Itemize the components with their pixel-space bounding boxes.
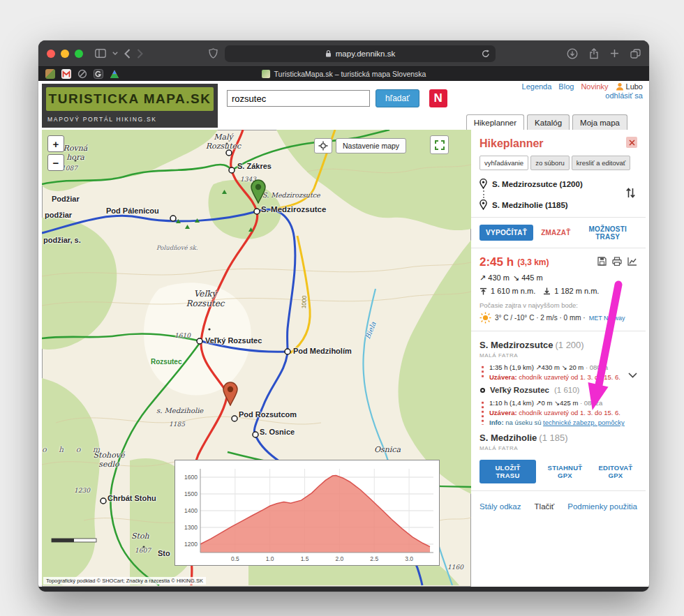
route-start-elev: (1 200): [555, 340, 583, 350]
expand-leg-button[interactable]: [628, 370, 637, 380]
svg-text:2.5: 2.5: [370, 555, 378, 562]
zoom-in-button[interactable]: +: [47, 135, 64, 152]
map-label: 1160: [447, 564, 463, 571]
forward-icon[interactable]: [137, 49, 143, 59]
search-button[interactable]: hľadať: [376, 89, 419, 107]
map-label: S. Osnice: [260, 428, 295, 436]
save-route-icon[interactable]: [597, 257, 607, 268]
tab-zo-suboru[interactable]: zo súboru: [530, 156, 570, 170]
route-end-region: MALÁ FATRA: [479, 445, 637, 451]
closure-text: chodník uzavretý od 1. 3. do 15. 6.: [519, 409, 620, 416]
map-label: Chrbát Stohu: [107, 494, 156, 502]
address-bar[interactable]: mapy.dennikn.sk: [225, 45, 496, 62]
print-link[interactable]: Tlačiť: [535, 502, 555, 511]
waypoint-row[interactable]: S. Medzirozsutce (1200): [479, 179, 619, 189]
search-input[interactable]: [227, 90, 370, 107]
map-label: Podžiar: [52, 195, 80, 203]
user-menu[interactable]: Lubo: [616, 82, 643, 91]
tab-katalog[interactable]: Katalóg: [527, 114, 570, 130]
leg-trail-dots: [481, 400, 484, 425]
site-logo[interactable]: TURISTICKA MAPA.SK MAPOVÝ PORTÁL HIKING.…: [42, 84, 218, 128]
crosshair-icon: [318, 141, 328, 151]
min-elevation: 1 182 m n.m.: [554, 287, 599, 295]
compute-button[interactable]: VYPOČÍTAŤ: [479, 225, 533, 241]
map-label: Rozsutec: [151, 358, 181, 366]
fullscreen-button[interactable]: [430, 135, 449, 154]
permalink-link[interactable]: Stály odkaz: [479, 502, 521, 511]
zoom-out-button[interactable]: −: [47, 154, 64, 171]
closure-text: chodník uzavretý od 1. 3. do 15. 6.: [519, 373, 620, 381]
active-tab[interactable]: TuristickaMapa.sk – turistická mapa Slov…: [262, 70, 426, 78]
print-route-icon[interactable]: [612, 257, 622, 268]
map-label: Poludňové sk.: [156, 244, 198, 251]
svg-text:3.0: 3.0: [405, 555, 413, 562]
info-link[interactable]: technické zabezp. pomôcky: [543, 419, 625, 426]
nav-legenda[interactable]: Legenda: [522, 82, 552, 91]
map[interactable]: Malý Rozsutec S. Zákres 1343 S. Medziroz…: [42, 130, 471, 587]
info-text: na úseku sú: [505, 419, 541, 426]
min-elevation-icon: [543, 287, 551, 295]
save-route-button[interactable]: ULOŽIŤ TRASU: [479, 460, 536, 483]
waypoint-connector: [483, 190, 619, 198]
downloads-icon[interactable]: [567, 48, 578, 59]
close-window-button[interactable]: [47, 50, 55, 58]
sidebar-toggle-icon[interactable]: [95, 49, 106, 58]
privacy-shield-icon[interactable]: [209, 48, 218, 59]
lock-icon: [325, 50, 332, 57]
total-descent: ↘ 445 m: [513, 273, 543, 283]
edit-gpx-button[interactable]: EDITOVAŤ GPX: [594, 464, 637, 479]
download-gpx-button[interactable]: STIAHNUŤ GPX: [543, 464, 587, 479]
route-time: 2:45 h: [479, 255, 514, 269]
divider: [471, 248, 646, 248]
bookmark-favicon-blocked[interactable]: [77, 69, 87, 79]
closure-label: Uzávera:: [489, 373, 517, 381]
tab-hikeplanner[interactable]: Hikeplanner: [466, 114, 524, 130]
url-text: mapy.dennikn.sk: [336, 50, 395, 58]
weather-source-link[interactable]: MET Norway: [589, 315, 625, 322]
map-label: Pod Medziholím: [293, 347, 352, 355]
sidebar-chevron-icon[interactable]: [112, 52, 118, 55]
minimize-window-button[interactable]: [61, 50, 69, 58]
dennikn-logo[interactable]: N: [429, 89, 447, 107]
divider: [471, 490, 646, 491]
hikeplanner-panel: Hikeplanner vyhľadávanie zo súboru kresl…: [471, 130, 646, 587]
map-settings-button[interactable]: Nastavenie mapy: [336, 138, 406, 153]
bookmark-favicon-gmail[interactable]: [61, 69, 71, 79]
nav-blog[interactable]: Blog: [558, 82, 574, 91]
start-marker-pin[interactable]: [249, 179, 267, 206]
close-panel-button[interactable]: [626, 137, 637, 148]
svg-text:2.0: 2.0: [335, 555, 343, 562]
maximize-window-button[interactable]: [75, 50, 83, 58]
window-controls: [47, 50, 83, 58]
share-icon[interactable]: [589, 48, 599, 59]
route-leg: 1:10 h (1,4 km) ↗0 m ↘425 m · 0802a Uzáv…: [479, 399, 637, 426]
clear-button[interactable]: ZMAZAŤ: [541, 229, 570, 236]
map-label: Sto: [158, 549, 170, 557]
tab-vyhladavanie[interactable]: vyhľadávanie: [479, 156, 528, 170]
reload-icon[interactable]: [482, 50, 490, 58]
svg-text:1300: 1300: [184, 524, 198, 531]
tab-moja-mapa[interactable]: Moja mapa: [572, 114, 627, 130]
logout-link[interactable]: odhlásiť sa: [605, 91, 643, 100]
swap-waypoints-button[interactable]: [625, 187, 636, 201]
map-label: Osnica: [374, 445, 401, 454]
bookmark-favicon-photos[interactable]: [45, 69, 55, 79]
nav-novinky[interactable]: Novinky: [581, 82, 608, 91]
terms-link[interactable]: Podmienky použitia: [567, 502, 637, 511]
map-label: 1185: [169, 421, 185, 428]
route-options-button[interactable]: MOŽNOSTI TRASY: [579, 225, 638, 241]
new-tab-icon[interactable]: [610, 49, 619, 58]
back-icon[interactable]: [124, 49, 131, 59]
sun-icon: [479, 312, 491, 324]
bookmark-favicon-g[interactable]: [94, 69, 103, 79]
end-marker-pin[interactable]: [221, 381, 239, 409]
svg-text:1400: 1400: [184, 507, 198, 514]
locate-button[interactable]: [314, 138, 332, 153]
leg-trail-dots: [481, 365, 484, 380]
profile-chart-icon[interactable]: [627, 257, 637, 268]
bookmark-favicon-drive[interactable]: [110, 69, 119, 79]
tab-kreslit-editovat[interactable]: kresliť a editovať: [572, 156, 631, 170]
waypoint-row[interactable]: S. Medziholie (1185): [479, 200, 619, 210]
tab-overview-icon[interactable]: [630, 49, 641, 59]
site-favicon: [262, 70, 270, 78]
